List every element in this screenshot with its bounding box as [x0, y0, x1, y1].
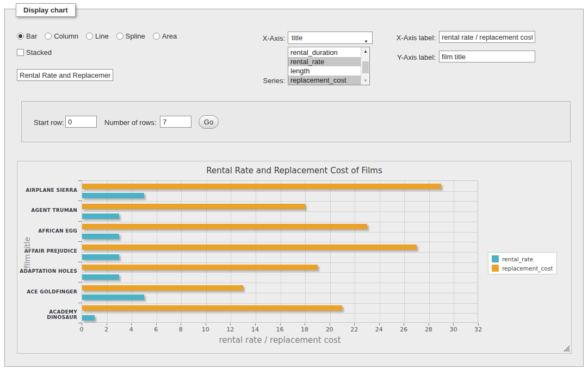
gridline-vertical [281, 181, 281, 322]
radio-icon[interactable] [45, 33, 52, 40]
gridline-vertical [355, 181, 355, 322]
x-axis-tick-label: 0 [73, 326, 90, 333]
gridline-vertical [404, 181, 405, 322]
gridline-horizontal [82, 303, 478, 304]
radio-label: Spline [126, 32, 145, 40]
start-row-label: Start row: [34, 118, 64, 127]
x-axis-tick-label: 20 [321, 326, 338, 333]
bar-rental_rate [82, 234, 119, 239]
chart-resize-handle[interactable] [564, 346, 570, 352]
x-axis-tick-label: 16 [272, 326, 288, 333]
rows-panel: Start row: Number of rows: Go [21, 101, 571, 142]
x-axis-tick [156, 323, 157, 325]
chart-type-radio-spline[interactable]: Spline [116, 32, 145, 40]
gridline-vertical [330, 181, 331, 322]
category-label: AIRPLANE SIERRA [17, 187, 77, 193]
gridline-horizontal [82, 232, 478, 233]
x-axis-tick-label: 2 [98, 326, 115, 333]
chart-type-radio-line[interactable]: Line [86, 32, 109, 40]
bar-replacement_cost [82, 305, 342, 311]
bar-replacement_cost [82, 204, 305, 209]
gridline-vertical [454, 181, 454, 322]
gridline-vertical [181, 181, 182, 322]
bar-replacement_cost [82, 285, 243, 291]
legend-entry-rental_rate: rental_rate [492, 255, 553, 262]
chart-x-axis-label: rental rate / replacement cost [82, 335, 478, 345]
y-axis-label-input[interactable] [439, 51, 535, 62]
radio-icon[interactable] [86, 33, 93, 40]
y-axis-label-caption: Y-Axis label: [386, 53, 436, 61]
gridline-horizontal [82, 211, 478, 212]
y-axis-tick [78, 262, 82, 262]
x-axis-selected-value: title [292, 34, 302, 42]
series-option-length[interactable]: length [288, 66, 361, 76]
series-option-rental_rate[interactable]: rental_rate [288, 57, 361, 66]
y-axis-tick [78, 282, 82, 283]
stacked-checkbox[interactable] [17, 49, 24, 56]
radio-label: Area [162, 32, 177, 40]
number-of-rows-label: Number of rows: [104, 118, 156, 127]
y-axis-tick [78, 221, 82, 222]
listbox-scrollbar[interactable]: ▲ ▼ [361, 47, 369, 85]
gridline-horizontal [82, 242, 478, 242]
x-axis-tick [429, 323, 429, 325]
x-axis-tick [82, 323, 82, 325]
radio-icon[interactable] [116, 33, 123, 40]
x-axis-tick-label: 24 [371, 326, 387, 333]
x-axis-tick-label: 6 [148, 326, 164, 333]
stacked-checkbox-option[interactable]: Stacked [17, 48, 52, 57]
gridline-vertical [231, 181, 231, 322]
chart-type-radio-column[interactable]: Column [45, 32, 78, 40]
select-dropdown-arrow-icon: ▼ [364, 36, 368, 47]
series-option-rental_duration[interactable]: rental_duration [288, 48, 361, 57]
radio-label: Bar [26, 32, 37, 40]
legend-entry-replacement_cost: replacement_cost [492, 265, 553, 272]
start-row-input[interactable] [65, 116, 97, 128]
stacked-label: Stacked [26, 48, 52, 57]
chart-type-radio-area[interactable]: Area [153, 32, 177, 40]
bar-replacement_cost [82, 224, 367, 229]
chart-container: Rental Rate and Replacement Cost of Film… [17, 161, 572, 354]
x-axis-tick-label: 14 [247, 326, 263, 333]
radio-icon[interactable] [17, 33, 24, 40]
scrollbar-thumb[interactable] [362, 61, 369, 73]
gridline-horizontal [82, 252, 478, 253]
scroll-down-arrow-icon[interactable]: ▼ [361, 77, 370, 85]
series-option-replacement_cost[interactable]: replacement_cost [288, 76, 361, 85]
gridline-horizontal [82, 262, 478, 263]
x-axis-label-input[interactable] [439, 31, 535, 43]
x-axis-select[interactable]: title ▼ [288, 32, 373, 44]
y-axis-tick [78, 200, 82, 201]
x-axis-tick-label: 22 [346, 326, 362, 333]
scroll-up-arrow-icon[interactable]: ▲ [361, 47, 370, 55]
radio-label: Column [54, 32, 78, 40]
gridline-horizontal [82, 191, 478, 192]
y-axis-tick [78, 241, 82, 242]
radio-icon[interactable] [153, 33, 160, 40]
x-axis-tick [404, 323, 404, 325]
gridline-vertical [206, 181, 207, 322]
number-of-rows-input[interactable] [160, 116, 191, 128]
chart-type-radio-bar[interactable]: Bar [17, 32, 37, 40]
chart-y-axis-label: film title [23, 223, 32, 283]
gridline-horizontal [82, 272, 478, 273]
y-axis-tick [78, 180, 82, 181]
legend-label: rental_rate [502, 256, 533, 262]
fieldset-legend-title: Display chart [16, 3, 76, 17]
chart-title-input[interactable] [17, 69, 113, 81]
bar-rental_rate [82, 193, 144, 198]
x-axis-tick-label: 32 [470, 326, 486, 333]
x-axis-tick [206, 323, 206, 325]
category-label: ACADEMY DINOSAUR [17, 309, 77, 320]
x-axis-tick-label: 30 [445, 326, 461, 333]
bar-replacement_cost [82, 184, 441, 189]
series-listbox-label: Series: [239, 77, 285, 85]
x-axis-tick [280, 323, 281, 325]
legend-swatch-icon [492, 265, 499, 272]
x-axis-tick [478, 323, 479, 325]
gridline-vertical [380, 181, 380, 322]
gridline-horizontal [82, 313, 478, 313]
go-button[interactable]: Go [199, 115, 219, 129]
category-label: ACE GOLDFINGER [17, 289, 77, 294]
series-listbox[interactable]: rental_durationrental_ratelengthreplacem… [288, 47, 370, 85]
